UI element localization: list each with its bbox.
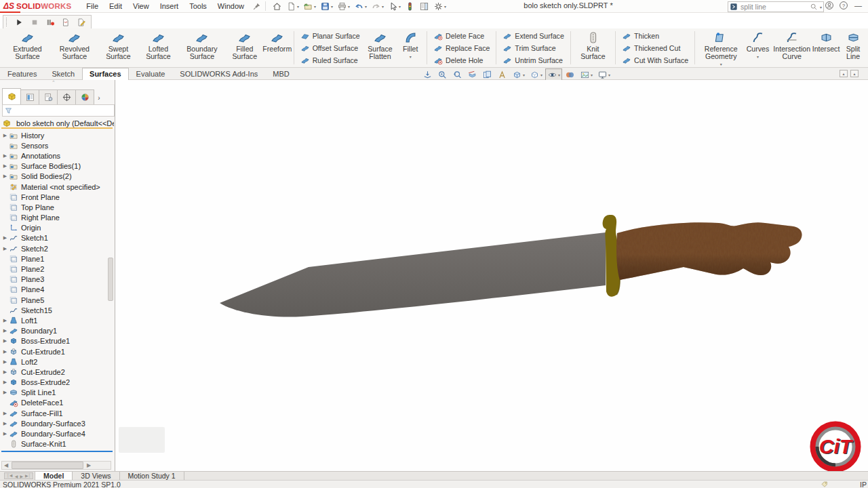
panel-collapse-icon[interactable]: ⌃	[52, 80, 56, 85]
expander-icon[interactable]: ▶	[2, 349, 8, 354]
new-macro-button[interactable]	[59, 17, 73, 28]
thickened-cut-button[interactable]: Thickened Cut	[618, 42, 692, 54]
task-pane-button[interactable]	[417, 1, 431, 12]
play-button[interactable]	[12, 17, 26, 28]
thicken-button[interactable]: Thicken	[618, 30, 692, 42]
expander-icon[interactable]: ▶	[2, 369, 8, 375]
tree-item-sketch1[interactable]: ▶Sketch1	[0, 233, 114, 243]
ruled-surface-button[interactable]: Ruled Surface	[297, 54, 363, 66]
scroll-right-icon[interactable]: ▶	[85, 462, 93, 468]
open-dropdown-icon[interactable]: ▾	[314, 4, 316, 9]
tree-item-boss-extrude1[interactable]: ▶Boss-Extrude1	[0, 336, 114, 346]
lofted-surface-button[interactable]: Lofted Surface	[138, 28, 178, 67]
delete-face-button[interactable]: Delete Face	[430, 30, 493, 42]
replace-face-button[interactable]: Replace Face	[430, 42, 493, 54]
expander-icon[interactable]: ▶	[2, 246, 8, 251]
split-line-button[interactable]: Split Line	[840, 28, 867, 67]
tree-item-split-line1[interactable]: ▶Split Line1	[0, 388, 114, 398]
fillet-button[interactable]: Fillet▾	[397, 28, 424, 67]
pin-menu-icon[interactable]	[252, 2, 261, 11]
expander-icon[interactable]: ▶	[2, 411, 8, 416]
expander-icon[interactable]: ▶	[2, 163, 8, 169]
extend-surface-button[interactable]: Extend Surface	[499, 30, 567, 42]
tree-item-material-not-specified-[interactable]: Material <not specified>	[0, 182, 114, 192]
minimize-button[interactable]: —	[854, 1, 862, 9]
dimxpert-manager-tab[interactable]	[58, 89, 76, 105]
intersect-button[interactable]: Intersect	[812, 28, 840, 67]
tree-item-loft1[interactable]: ▶Loft1	[0, 315, 114, 325]
configuration-manager-tab[interactable]	[39, 89, 58, 105]
tab-features[interactable]: Features	[0, 68, 44, 81]
doc-tab-motion-study-1[interactable]: Motion Study 1	[120, 472, 184, 480]
intersection-curve-button[interactable]: Intersection Curve	[771, 28, 812, 67]
edit-macro-button[interactable]	[75, 17, 88, 28]
expander-icon[interactable]: ▶	[2, 390, 8, 395]
knit-surface-button[interactable]: Knit Surface	[574, 28, 612, 67]
magnifier-icon[interactable]	[810, 3, 818, 11]
first-tab-icon[interactable]: ⏐◀	[7, 474, 13, 479]
menu-edit[interactable]: Edit	[104, 1, 127, 12]
offset-surface-button[interactable]: Offset Surface	[297, 42, 363, 54]
doc-tab-3d-views[interactable]: 3D Views	[73, 472, 119, 480]
menu-view[interactable]: View	[127, 1, 155, 12]
tree-item-plane2[interactable]: Plane2	[0, 264, 114, 274]
expander-icon[interactable]: ▶	[2, 421, 8, 426]
tree-item-plane1[interactable]: Plane1	[0, 253, 114, 264]
pin-ribbon-icon[interactable]: ▲	[850, 70, 859, 77]
tree-item-history[interactable]: ▶History	[0, 130, 114, 140]
print-button[interactable]: ▾	[335, 1, 352, 12]
delete-hole-button[interactable]: Delete Hole	[430, 54, 493, 66]
print-dropdown-icon[interactable]: ▾	[348, 4, 350, 9]
tab-sketch[interactable]: Sketch	[44, 68, 82, 81]
tree-item-plane5[interactable]: Plane5	[0, 295, 114, 305]
tab-navigation-buttons[interactable]: ⏐◀ ◀ ▶ ▶⏐	[4, 472, 33, 479]
expander-icon[interactable]: ▶	[2, 318, 8, 323]
select-button[interactable]: ▾	[386, 1, 403, 12]
hide-show-items-button[interactable]: ▾	[545, 68, 562, 81]
trim-surface-button[interactable]: Trim Surface	[499, 42, 567, 54]
tree-item-top-plane[interactable]: Top Plane	[0, 202, 114, 212]
tab-mbd[interactable]: MBD	[265, 68, 296, 81]
last-tab-icon[interactable]: ▶⏐	[25, 473, 31, 479]
zoom-to-area-button[interactable]	[435, 68, 450, 81]
expander-icon[interactable]: ▶	[2, 328, 8, 333]
swept-surface-button[interactable]: Swept Surface	[98, 28, 138, 67]
scrollbar-thumb[interactable]	[12, 462, 83, 469]
revolved-surface-button[interactable]: Revolved Surface	[51, 28, 98, 67]
tree-item-boss-extrude2[interactable]: ▶Boss-Extrude2	[0, 378, 114, 388]
tree-item-cut-extrude1[interactable]: ▶Cut-Extrude1	[0, 346, 114, 357]
section-view-button[interactable]	[465, 68, 479, 81]
tree-item-surface-fill1[interactable]: ▶Surface-Fill1	[0, 408, 114, 418]
tree-item-solid-bodies-2-[interactable]: ▶Solid Bodies(2)	[0, 171, 114, 182]
expander-icon[interactable]: ▶	[2, 431, 8, 436]
undo-button[interactable]: ▾	[352, 1, 369, 12]
tree-item-surface-knit1[interactable]: Surface-Knit1	[0, 439, 114, 449]
untrim-surface-button[interactable]: Untrim Surface	[499, 54, 567, 66]
view-settings-dropdown-icon[interactable]: ▾	[608, 73, 610, 77]
reference-geometry-button[interactable]: Reference Geometry▾	[698, 28, 744, 67]
expander-icon[interactable]: ▶	[2, 359, 8, 365]
surface-flatten-button[interactable]: Surface Flatten	[363, 28, 397, 67]
fillet-dropdown-icon[interactable]: ▾	[410, 54, 412, 61]
new-file-dropdown-icon[interactable]: ▾	[297, 4, 299, 9]
view-orientation-button[interactable]: ▾	[510, 68, 527, 81]
stop-button[interactable]	[28, 17, 41, 28]
menu-tools[interactable]: Tools	[184, 1, 212, 12]
tree-item-sketch2[interactable]: ▶Sketch2	[0, 243, 114, 253]
edit-appearance-button[interactable]	[563, 68, 577, 81]
tag-icon[interactable]	[821, 481, 829, 488]
graphics-viewport[interactable]: CiT CiT	[115, 80, 868, 471]
expander-icon[interactable]: ▶	[2, 153, 8, 159]
tree-item-boundary-surface4[interactable]: ▶Boundary-Surface4	[0, 428, 114, 439]
curves-dropdown-icon[interactable]: ▾	[757, 54, 759, 61]
freeform-button[interactable]: Freeform	[264, 28, 291, 67]
tab-evaluate[interactable]: Evaluate	[129, 68, 173, 81]
display-style-dropdown-icon[interactable]: ▾	[540, 73, 542, 77]
expander-icon[interactable]: ▶	[2, 235, 8, 241]
tree-item-plane3[interactable]: Plane3	[0, 274, 114, 285]
settings-button[interactable]: ▾	[431, 1, 448, 12]
menu-insert[interactable]: Insert	[155, 1, 184, 12]
undo-dropdown-icon[interactable]: ▾	[365, 4, 367, 9]
search-input[interactable]	[739, 2, 808, 12]
redo-dropdown-icon[interactable]: ▾	[382, 4, 384, 9]
